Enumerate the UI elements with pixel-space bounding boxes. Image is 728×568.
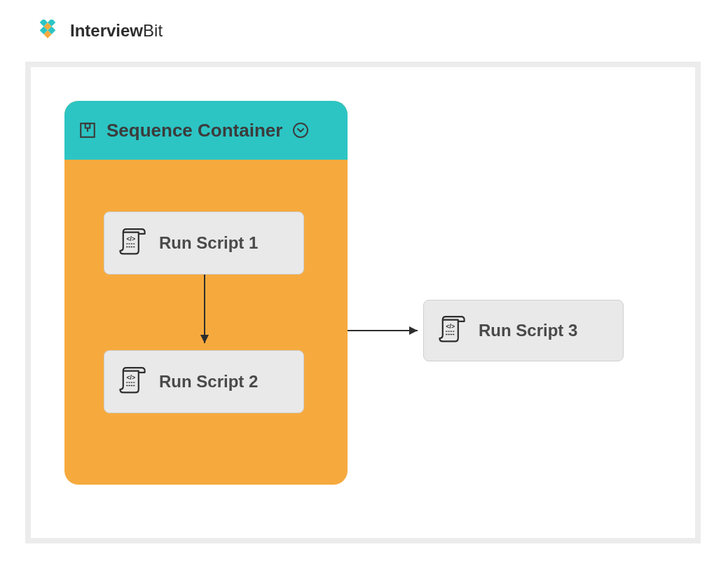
task-label: Run Script 2 bbox=[159, 372, 258, 392]
task-run-script-1: </> Run Script 1 bbox=[104, 212, 304, 275]
sequence-container: Sequence Container bbox=[64, 101, 348, 485]
brand-name: InterviewBit bbox=[70, 21, 163, 41]
container-icon bbox=[78, 121, 97, 139]
svg-point-9 bbox=[294, 123, 308, 137]
flow-arrow bbox=[348, 324, 425, 338]
brand-name-bold: Interview bbox=[70, 21, 143, 40]
svg-text:</>: </> bbox=[446, 323, 455, 330]
svg-text:</>: </> bbox=[126, 235, 135, 242]
sequence-container-header: Sequence Container bbox=[64, 101, 348, 160]
script-icon: </> bbox=[117, 366, 148, 397]
brand-logo: InterviewBit bbox=[31, 20, 163, 42]
task-run-script-2: </> Run Script 2 bbox=[104, 350, 304, 413]
diagram-canvas: Sequence Container </> Run Script 1 </> … bbox=[25, 62, 701, 543]
brand-name-light: Bit bbox=[143, 21, 163, 40]
task-label: Run Script 3 bbox=[479, 321, 577, 340]
script-icon: </> bbox=[117, 228, 148, 258]
logo-icon bbox=[31, 20, 64, 42]
svg-rect-7 bbox=[85, 123, 90, 128]
task-run-script-3: </> Run Script 3 bbox=[423, 300, 624, 361]
task-label: Run Script 1 bbox=[159, 233, 258, 253]
script-icon: </> bbox=[437, 315, 467, 346]
sequence-container-title: Sequence Container bbox=[107, 120, 282, 141]
svg-text:</>: </> bbox=[126, 374, 135, 381]
chevron-down-circle-icon bbox=[292, 122, 309, 139]
